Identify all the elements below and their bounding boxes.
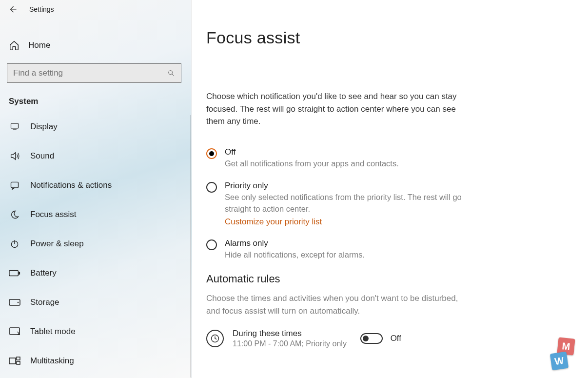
nav-label: Tablet mode <box>30 327 76 337</box>
page-intro: Choose which notification you'd like to … <box>206 90 468 128</box>
sound-icon <box>9 150 20 162</box>
option-desc: Hide all notifications, except for alarm… <box>225 249 365 261</box>
storage-icon <box>9 297 20 308</box>
arrow-left-icon <box>8 5 17 14</box>
svg-rect-12 <box>9 358 16 364</box>
nav-label: Display <box>30 122 58 132</box>
option-title: Off <box>225 147 399 157</box>
rule-title: During these times <box>233 329 347 338</box>
nav-tablet-mode[interactable]: Tablet mode <box>0 317 191 346</box>
svg-rect-11 <box>10 328 20 335</box>
search-icon <box>167 69 175 77</box>
option-title: Priority only <box>225 181 478 191</box>
battery-icon <box>9 267 20 279</box>
rule-during-these-times[interactable]: During these times 11:00 PM - 7:00 AM; P… <box>206 329 479 348</box>
app-title: Settings <box>29 5 54 13</box>
clock-icon <box>206 330 224 347</box>
section-heading: System <box>9 97 191 106</box>
watermark-logo: M W <box>548 338 581 371</box>
nav-sound[interactable]: Sound <box>0 141 191 171</box>
svg-rect-7 <box>9 270 18 276</box>
svg-rect-8 <box>19 272 20 275</box>
rule-subtitle: 11:00 PM - 7:00 AM; Priority only <box>233 339 347 348</box>
svg-rect-4 <box>11 182 19 188</box>
home-label: Home <box>28 40 50 50</box>
home-nav[interactable]: Home <box>0 31 191 60</box>
home-icon <box>9 40 20 51</box>
watermark-letter: M <box>561 340 570 353</box>
nav-notifications[interactable]: Notifications & actions <box>0 171 191 200</box>
nav-label: Sound <box>30 151 54 161</box>
radio-button[interactable] <box>206 239 217 250</box>
nav-power-sleep[interactable]: Power & sleep <box>0 229 191 259</box>
multitasking-icon <box>9 355 20 367</box>
power-icon <box>9 238 20 250</box>
automatic-rules-desc: Choose the times and activities when you… <box>206 292 460 317</box>
sidebar-scroll-marker <box>190 115 191 378</box>
search-input-wrapper[interactable] <box>7 63 181 83</box>
search-input[interactable] <box>13 68 159 78</box>
radio-button[interactable] <box>206 182 217 193</box>
nav-label: Multitasking <box>30 356 74 366</box>
watermark-tile: W <box>550 352 568 370</box>
automatic-rules-heading: Automatic rules <box>206 273 588 285</box>
option-alarms-only[interactable]: Alarms only Hide all notifications, exce… <box>206 239 479 261</box>
nav-label: Storage <box>30 298 59 307</box>
svg-point-0 <box>169 71 173 75</box>
nav-focus-assist[interactable]: Focus assist <box>0 200 191 229</box>
nav-label: Notifications & actions <box>30 180 112 190</box>
svg-point-10 <box>18 302 19 303</box>
option-desc: Get all notifications from your apps and… <box>225 158 399 170</box>
customize-priority-link[interactable]: Customize your priority list <box>225 217 478 227</box>
option-off[interactable]: Off Get all notifications from your apps… <box>206 147 479 170</box>
toggle-label: Off <box>391 334 401 343</box>
nav-label: Power & sleep <box>30 239 84 249</box>
svg-line-1 <box>172 74 174 76</box>
focus-assist-options: Off Get all notifications from your apps… <box>206 147 479 261</box>
svg-rect-14 <box>17 361 20 364</box>
notification-icon <box>9 179 20 191</box>
svg-rect-2 <box>11 123 19 128</box>
nav-display[interactable]: Display <box>0 112 191 141</box>
moon-icon <box>9 209 20 220</box>
titlebar: Settings <box>0 0 191 19</box>
sidebar-nav: Display Sound Notifications & actions Fo… <box>0 112 191 376</box>
tablet-icon <box>9 326 20 338</box>
rule-toggle[interactable] <box>360 333 383 344</box>
option-desc: See only selected notifications from the… <box>225 192 478 215</box>
nav-storage[interactable]: Storage <box>0 288 191 317</box>
settings-sidebar: Settings Home System Display Sound <box>0 0 192 378</box>
radio-button[interactable] <box>206 148 217 159</box>
nav-label: Focus assist <box>30 210 76 219</box>
option-priority-only[interactable]: Priority only See only selected notifica… <box>206 181 479 227</box>
display-icon <box>9 121 20 133</box>
nav-battery[interactable]: Battery <box>0 259 191 288</box>
back-button[interactable] <box>8 4 18 14</box>
page-title: Focus assist <box>206 28 588 47</box>
option-title: Alarms only <box>225 239 365 248</box>
watermark-letter: W <box>554 355 565 367</box>
nav-multitasking[interactable]: Multitasking <box>0 346 191 376</box>
nav-label: Battery <box>30 268 57 278</box>
main-content: Focus assist Choose which notification y… <box>192 0 588 378</box>
svg-rect-13 <box>17 357 20 360</box>
